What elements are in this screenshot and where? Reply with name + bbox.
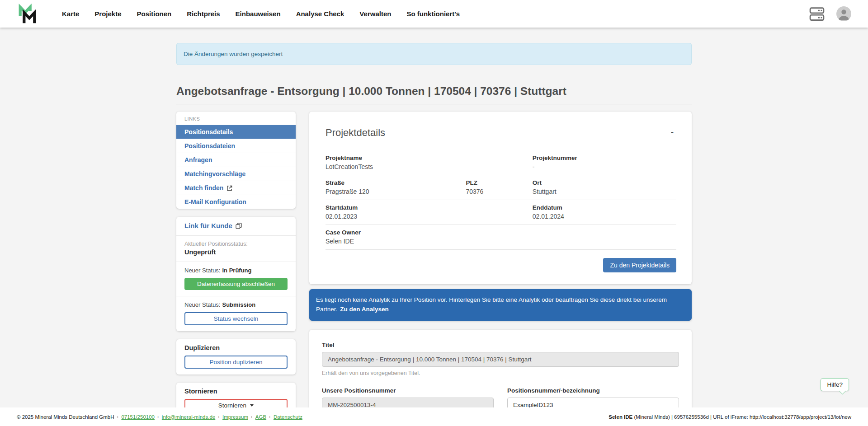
plz-value: 70376	[466, 188, 532, 195]
nav-item-verwalten[interactable]: Verwalten	[359, 10, 391, 18]
sidebar-item-match-finden[interactable]: Match finden	[176, 181, 296, 195]
new-status-value: In Prüfung	[222, 267, 252, 274]
sidebar-item-matchingvorschlaege[interactable]: Matchingvorschläge	[176, 167, 296, 181]
main-content: Projektdetails - Projektname LotCreation…	[309, 112, 692, 426]
projektnummer-label: Projektnummer	[533, 154, 676, 161]
sidebar-item-label: Positionsdateien	[184, 142, 235, 150]
duplicate-panel-header: Duplizieren	[184, 344, 288, 351]
titel-input	[322, 352, 679, 367]
current-status-label: Aktueller Positionsstatus:	[184, 241, 288, 247]
new-status-label: Neuer Status:	[184, 301, 221, 308]
strasse-value: Pragstraße 120	[326, 188, 466, 195]
new-status-value: Submission	[222, 301, 256, 308]
external-link-icon	[226, 185, 232, 191]
project-row-owner: Case Owner Selen IDE	[326, 225, 676, 250]
titel-label: Titel	[322, 342, 679, 348]
separator-dot	[269, 414, 271, 420]
nav-item-analyse-check[interactable]: Analyse Check	[296, 10, 344, 18]
duplicate-position-button[interactable]: Position duplizieren	[184, 356, 288, 369]
complete-data-entry-button[interactable]: Datenerfassung abschließen	[184, 278, 288, 290]
our-position-number-label: Unsere Positionsnummer	[322, 387, 494, 394]
sidebar-item-positionsdetails[interactable]: Positionsdetails	[176, 125, 296, 139]
server-stack-icon[interactable]	[809, 7, 825, 21]
links-panel: LINKS Positionsdetails Positionsdateien …	[176, 112, 296, 209]
separator-dot	[117, 414, 119, 420]
customer-link-label: Link für Kunde	[184, 222, 232, 229]
strasse-label: Straße	[326, 179, 466, 186]
project-details-title: Projektdetails	[326, 127, 385, 139]
new-status-label: Neuer Status:	[184, 267, 221, 274]
footer-link-datenschutz[interactable]: Datenschutz	[274, 414, 302, 420]
project-row-name-number: Projektname LotCreationTests Projektnumm…	[326, 150, 676, 175]
footer-link-impressum[interactable]: Impressum	[222, 414, 248, 420]
enddatum-label: Enddatum	[533, 204, 676, 211]
projektname-value: LotCreationTests	[326, 163, 466, 170]
sidebar-item-label: Match finden	[184, 184, 223, 192]
new-status-line-1: Neuer Status:In Prüfung	[184, 267, 288, 274]
projektnummer-value: -	[533, 163, 676, 170]
copyright-text: © 2025 Mineral Minds Deutschland GmbH	[17, 414, 114, 420]
ort-value: Stuttgart	[533, 188, 676, 195]
links-panel-header: LINKS	[176, 112, 296, 125]
switch-status-button[interactable]: Status wechseln	[184, 312, 288, 325]
analytics-info-banner: Es liegt noch keine Analytik zu Ihrer Po…	[309, 289, 692, 321]
footer-link-email[interactable]: info@mineral-minds.de	[162, 414, 215, 420]
ort-label: Ort	[533, 179, 676, 186]
titel-help-text: Erhält den von uns vorgegebenen Titel.	[322, 370, 679, 376]
sidebar-item-positionsdateien[interactable]: Positionsdateien	[176, 139, 296, 153]
mineral-minds-logo-icon[interactable]	[17, 4, 38, 24]
nav-item-einbauweisen[interactable]: Einbauweisen	[236, 10, 281, 18]
nav-right-actions	[809, 6, 851, 21]
separator-dot	[157, 414, 159, 420]
plz-label: PLZ	[466, 179, 532, 186]
sidebar-item-email-konfiguration[interactable]: E-Mail Konfiguration	[176, 195, 296, 209]
sidebar-item-label: Positionsdetails	[184, 128, 233, 136]
to-project-details-button[interactable]: Zu den Projektdetails	[603, 258, 676, 272]
project-details-card: Projektdetails - Projektname LotCreation…	[309, 112, 692, 284]
footer-session-details: (Mineral Minds) | 69576255536d | URL of …	[632, 414, 851, 420]
nav-item-richtpreis[interactable]: Richtpreis	[187, 10, 220, 18]
position-number-label: Positionsnummer/-bezeichnung	[507, 387, 679, 394]
enddatum-value: 02.01.2024	[533, 213, 676, 220]
footer: © 2025 Mineral Minds Deutschland GmbH 07…	[0, 407, 868, 426]
status-panel: Link für Kunde Aktueller Positionsstatus…	[176, 217, 296, 331]
cancel-panel-header: Stornieren	[184, 388, 288, 395]
sidebar: LINKS Positionsdetails Positionsdateien …	[176, 112, 296, 418]
user-avatar-icon[interactable]	[836, 6, 851, 21]
footer-link-agb[interactable]: AGB	[255, 414, 266, 420]
case-owner-label: Case Owner	[326, 229, 466, 236]
main-menu: Karte Projekte Positionen Richtpreis Ein…	[62, 10, 460, 18]
page-title: Angebotsanfrage - Entsorgung | 10.000 To…	[176, 85, 692, 104]
current-status-value: Ungeprüft	[184, 248, 288, 256]
customer-link[interactable]: Link für Kunde	[184, 222, 288, 229]
case-owner-value: Selen IDE	[326, 238, 466, 245]
copy-icon	[236, 223, 242, 229]
startdatum-label: Startdatum	[326, 204, 466, 211]
separator-dot	[218, 414, 220, 420]
collapse-button[interactable]: -	[668, 127, 676, 137]
footer-session-info: Selen IDE (Mineral Minds) | 69576255536d…	[609, 414, 851, 420]
sidebar-item-anfragen[interactable]: Anfragen	[176, 153, 296, 167]
startdatum-value: 02.01.2023	[326, 213, 466, 220]
top-navigation: Karte Projekte Positionen Richtpreis Ein…	[0, 0, 868, 28]
project-row-address: Straße Pragstraße 120 PLZ 70376 Ort Stut…	[326, 175, 676, 200]
separator-dot	[251, 414, 253, 420]
sidebar-item-label: Anfragen	[184, 156, 212, 164]
nav-item-karte[interactable]: Karte	[62, 10, 79, 18]
project-row-dates: Startdatum 02.01.2023 Enddatum 02.01.202…	[326, 200, 676, 225]
sidebar-item-label: E-Mail Konfiguration	[184, 198, 246, 206]
sidebar-item-label: Matchingvorschläge	[184, 170, 245, 178]
saved-alert: Die Änderungen wurden gespeichert	[176, 43, 692, 65]
footer-link-phone[interactable]: 07151/250100	[121, 414, 155, 420]
footer-user-name: Selen IDE	[609, 414, 632, 420]
saved-alert-text: Die Änderungen wurden gespeichert	[184, 51, 283, 57]
footer-left: © 2025 Mineral Minds Deutschland GmbH 07…	[17, 414, 302, 420]
duplicate-panel: Duplizieren Position duplizieren	[176, 339, 296, 375]
projektname-label: Projektname	[326, 154, 466, 161]
nav-item-positionen[interactable]: Positionen	[137, 10, 172, 18]
nav-item-so-funktionierts[interactable]: So funktioniert's	[406, 10, 460, 18]
nav-item-projekte[interactable]: Projekte	[94, 10, 121, 18]
help-button[interactable]: Hilfe?	[821, 378, 849, 391]
caret-down-icon	[250, 404, 254, 407]
to-analyses-link[interactable]: Zu den Analysen	[340, 306, 389, 313]
